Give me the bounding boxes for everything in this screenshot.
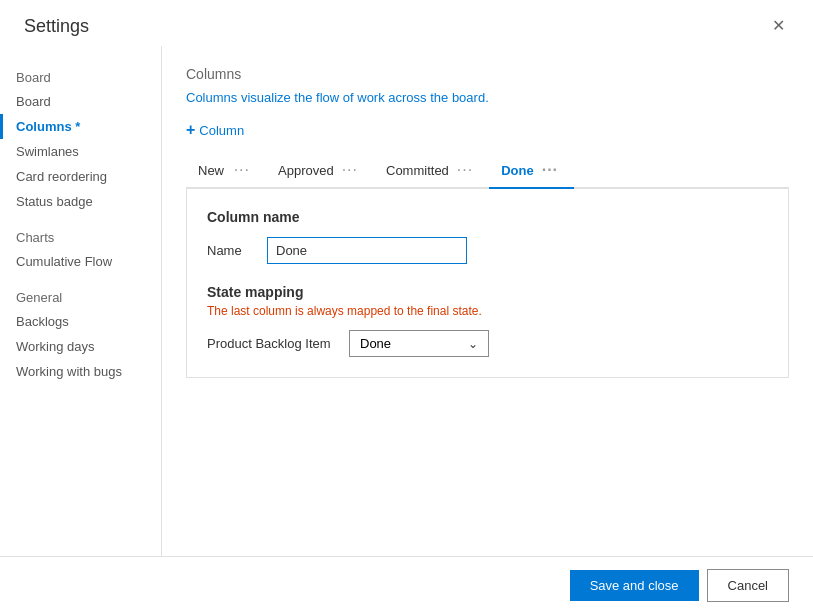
tab-done-label: Done [501, 163, 534, 178]
dialog-footer: Save and close Cancel [0, 556, 813, 614]
column-name-title: Column name [207, 209, 768, 225]
tab-committed-dots[interactable]: ··· [449, 161, 473, 179]
sidebar-group-board: Board [0, 62, 161, 89]
product-backlog-value: Done [360, 336, 391, 351]
sidebar: Board Board Columns * Swimlanes Card reo… [0, 46, 162, 556]
mapping-row: Product Backlog Item Done ⌄ [207, 330, 768, 357]
sidebar-group-charts: Charts [0, 222, 161, 249]
product-backlog-select[interactable]: Done ⌄ [349, 330, 489, 357]
product-backlog-label: Product Backlog Item [207, 336, 337, 351]
tab-approved[interactable]: Approved ··· [266, 155, 374, 189]
sidebar-item-card-reordering[interactable]: Card reordering [0, 164, 161, 189]
sidebar-item-backlogs[interactable]: Backlogs [0, 309, 161, 334]
tab-approved-label: Approved [278, 163, 334, 178]
dialog-title: Settings [24, 16, 89, 37]
name-input[interactable] [267, 237, 467, 264]
cancel-button[interactable]: Cancel [707, 569, 789, 602]
sidebar-item-columns[interactable]: Columns * [0, 114, 161, 139]
tab-new-label: New [198, 163, 224, 178]
name-field-row: Name [207, 237, 768, 264]
state-mapping-title: State mapping [207, 284, 768, 300]
chevron-down-icon: ⌄ [468, 337, 478, 351]
sidebar-item-board[interactable]: Board [0, 89, 161, 114]
sidebar-group-general: General [0, 282, 161, 309]
close-button[interactable]: ✕ [764, 14, 793, 38]
tab-new[interactable]: New ··· [186, 155, 266, 189]
plus-icon: + [186, 121, 195, 139]
name-label: Name [207, 243, 267, 258]
sidebar-item-working-with-bugs[interactable]: Working with bugs [0, 359, 161, 384]
sidebar-item-status-badge[interactable]: Status badge [0, 189, 161, 214]
info-text: Columns visualize the flow of work acros… [186, 90, 789, 105]
tab-committed[interactable]: Committed ··· [374, 155, 489, 189]
dialog-header: Settings ✕ [0, 0, 813, 46]
tab-approved-dots[interactable]: ··· [334, 161, 358, 179]
columns-tabs: New ··· Approved ··· Committed ··· [186, 155, 789, 189]
settings-dialog: Settings ✕ Board Board Columns * Swimlan… [0, 0, 813, 614]
state-mapping-desc: The last column is always mapped to the … [207, 304, 768, 318]
tab-committed-label: Committed [386, 163, 449, 178]
state-mapping-section: State mapping The last column is always … [207, 284, 768, 357]
tab-done-dots[interactable]: ··· [534, 161, 558, 179]
sidebar-item-working-days[interactable]: Working days [0, 334, 161, 359]
section-title: Columns [186, 66, 789, 82]
add-column-button[interactable]: + Column [186, 121, 244, 139]
sidebar-item-cumulative-flow[interactable]: Cumulative Flow [0, 249, 161, 274]
dialog-body: Board Board Columns * Swimlanes Card reo… [0, 46, 813, 556]
main-content: Columns Columns visualize the flow of wo… [162, 46, 813, 556]
tab-done[interactable]: Done ··· [489, 155, 574, 189]
save-and-close-button[interactable]: Save and close [570, 570, 699, 601]
tab-panel: Column name Name State mapping The last … [186, 189, 789, 378]
sidebar-item-swimlanes[interactable]: Swimlanes [0, 139, 161, 164]
tab-new-dots[interactable]: ··· [226, 161, 250, 179]
add-column-label: Column [199, 123, 244, 138]
